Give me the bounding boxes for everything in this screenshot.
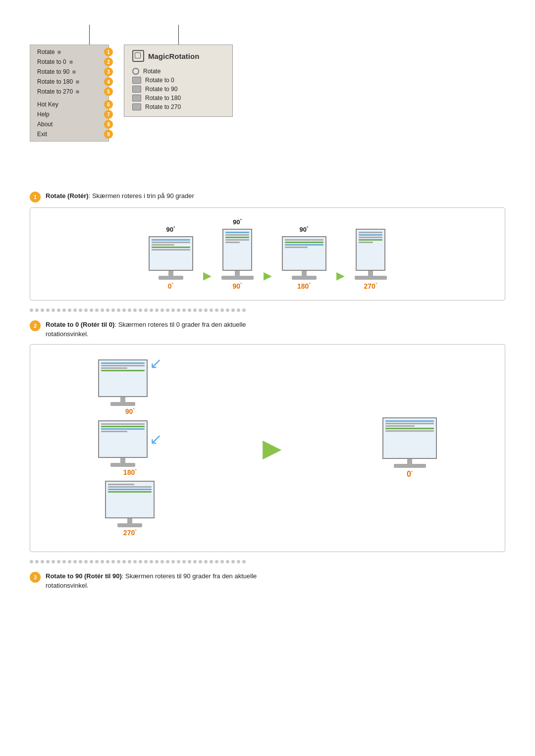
dot [46,560,50,563]
screen-content [99,421,147,435]
dot [128,560,131,563]
menu-item-help[interactable]: Help 7 [30,109,108,119]
dot [204,560,208,563]
section-3-header: 3 Rotate to 90 (Rotér til 90): Skærmen r… [30,571,505,591]
arrow-right-2: ▶ [264,269,272,282]
mr-item-label: Rotate to 180 [145,95,181,101]
screen-line [285,239,323,241]
dot [177,308,180,312]
dot [41,560,44,563]
section-badge-2: 2 [30,320,41,331]
dot [166,560,169,563]
degree-label-270: 270° [123,528,137,537]
monitor-screen [382,417,437,459]
screen-content [99,360,147,374]
screen-line [152,244,175,246]
monitor-base [221,276,254,280]
screen-content [383,418,436,435]
screen-line [385,423,434,424]
menu-item-hotkey[interactable]: Hot Key 6 [30,100,108,109]
screen-line [101,423,145,425]
monitor-fig [105,481,155,527]
screen-line [285,242,323,243]
menu-item-rotate[interactable]: Rotate 1 [30,47,108,57]
curved-arrow-mid: ↙ [150,430,162,448]
mr-item-rotate90[interactable]: Rotate to 90 [132,85,224,94]
menu-item-exit[interactable]: Exit 9 [30,129,108,139]
arrow-right-3: ▶ [336,269,345,282]
menu-item-rotate270[interactable]: Rotate to 270 5 [30,87,108,97]
screen-line [359,242,373,243]
dot [62,560,66,563]
screen-line [152,247,190,248]
bottom-degree-label: 270° [364,282,377,290]
dot [62,308,66,312]
dot [160,560,164,563]
monitor-fig [221,229,254,280]
monitor-base [355,276,387,280]
monitor-180: ↙ 180° [98,420,162,476]
mr-item-rotate180[interactable]: Rotate to 180 [132,94,224,102]
dot [35,308,39,312]
dot [41,308,44,312]
monitor-270deg: 270° [355,218,387,290]
screen-line [359,239,382,241]
screen-content [106,482,154,496]
dot [95,308,99,312]
screen-line [101,431,127,432]
screen-content [150,237,192,253]
section-2-header: 2 Rotate to 0 (Rotér til 0): Skærmen rot… [30,320,505,339]
dot [155,308,159,312]
screen-line [359,237,382,238]
screen-line [359,234,382,236]
dot [177,560,180,563]
menu-item-rotate90[interactable]: Rotate to 90 3 [30,67,108,77]
menu-item-rotate180[interactable]: Rotate to 180 4 [30,77,108,87]
dot [150,308,153,312]
dot [111,308,115,312]
dot [204,308,208,312]
dot [237,560,240,563]
section-2-title: Rotate to 0 (Rotér til 0) [46,321,114,328]
screen-line [101,365,145,366]
menu-item-about[interactable]: About 8 [30,119,108,129]
mr-item-rotate0[interactable]: Rotate to 0 [132,76,224,85]
arrow-right-1: ▶ [203,269,212,282]
screen-line [225,234,249,236]
dot [210,308,213,312]
menu-badge-6: 6 [104,100,113,109]
monitor-row: ↙ [98,420,162,467]
dot-separator-2 [30,560,505,563]
dot [166,308,169,312]
mr-item-label: Rotate to 90 [145,86,177,93]
degree-label-180: 180° [123,468,137,476]
dot [188,560,191,563]
degree-label-90: 90° [125,407,135,415]
dot [193,308,197,312]
dot [182,308,186,312]
top-degree-label: 90° [166,225,175,233]
curved-arrow-top: ↙ [150,354,162,372]
dot [144,560,148,563]
menu-dot [57,50,61,54]
monitor-fig [149,236,193,280]
mr-item-label: Rotate to 0 [145,77,174,84]
dot [199,308,202,312]
mr-item-rotate[interactable]: Rotate [132,67,224,76]
monitor-270: 270° [105,481,155,537]
screen-line [359,232,382,233]
dot [35,560,39,563]
monitor-base [110,463,135,467]
monitor-row [105,481,155,527]
monitor-base [159,276,183,280]
section-badge-3: 3 [30,572,41,583]
mr-item-rotate270[interactable]: Rotate to 270 [132,102,224,111]
dot [101,560,104,563]
menu-item-rotate0[interactable]: Rotate to 0 2 [30,57,108,67]
monitor-icon [132,86,141,93]
menu-item-label: Rotate to 0 [37,58,66,65]
screen-content [283,237,325,251]
magic-rotation-panel: MagicRotation Rotate Rotate to 0 Rotate … [124,45,233,117]
menu-dot [69,60,73,64]
bottom-degree-label: 180° [297,282,311,290]
